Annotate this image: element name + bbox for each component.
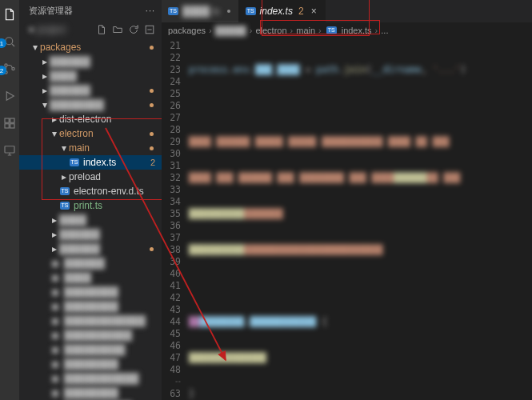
svg-rect-5 xyxy=(10,118,14,122)
tree-folder-dist-electron[interactable]: ▸dist-electron xyxy=(19,112,162,126)
tree-label: index.ts xyxy=(83,157,116,168)
file-tree: ▾packages ▸██████ ▸████ ▸██████ ▾███████… xyxy=(19,38,162,400)
tree-item-blur[interactable]: ◼█████████ xyxy=(19,342,162,357)
run-debug-icon[interactable] xyxy=(2,88,18,104)
tab-bar: TS ████.ts TS index.ts 2 × xyxy=(162,0,532,22)
gutter: 2122232425 2627282930 3132333435 3637383… xyxy=(162,38,189,400)
sidebar-header: 资源管理器 ··· xyxy=(19,0,162,21)
tree-item-blur[interactable]: ▸██████ xyxy=(19,242,162,256)
tree-file-print-ts[interactable]: TSprint.ts xyxy=(19,198,162,213)
tab-index-ts[interactable]: TS index.ts 2 × xyxy=(239,0,326,22)
breadcrumb-item[interactable]: packages xyxy=(168,26,206,35)
tree-item-blur[interactable]: ◼████████ xyxy=(19,285,162,299)
breadcrumb-item[interactable]: █████ xyxy=(215,26,246,35)
tree-file-index-ts[interactable]: TSindex.ts 2 xyxy=(19,155,162,170)
explorer-icon[interactable] xyxy=(2,6,18,22)
tree-item-blur[interactable]: ▸██████ xyxy=(19,83,162,98)
new-folder-icon[interactable] xyxy=(112,24,123,35)
tree-file-electron-env[interactable]: TSelectron-env.d.ts xyxy=(19,184,162,198)
tree-folder-preload[interactable]: ▸preload xyxy=(19,170,162,184)
svg-rect-6 xyxy=(5,124,9,128)
svg-point-3 xyxy=(12,67,14,70)
breadcrumb-item[interactable]: index.ts xyxy=(342,26,372,35)
refresh-icon[interactable] xyxy=(128,24,139,35)
tree-label: dist-electron xyxy=(59,114,111,125)
tree-item-blur[interactable]: ◼████████ xyxy=(19,299,162,314)
tree-item-blur[interactable]: ▸██████ xyxy=(19,227,162,242)
remote-icon[interactable] xyxy=(2,142,18,158)
explorer-sidebar: 资源管理器 ··· ▾project ▾packages ▸██████ ▸██… xyxy=(19,0,162,400)
activity-bar: 1 2 xyxy=(0,0,19,400)
tree-item-blur[interactable]: ◼████████ xyxy=(19,386,162,400)
tree-item-blur[interactable]: ◼████████ xyxy=(19,357,162,371)
tab-label: ████.ts xyxy=(182,6,220,17)
search-icon[interactable]: 1 xyxy=(2,34,18,50)
sidebar-title: 资源管理器 xyxy=(29,5,73,17)
breadcrumb-item[interactable]: electron xyxy=(255,26,286,35)
tab-label: index.ts xyxy=(260,6,293,17)
svg-point-1 xyxy=(5,64,7,66)
tree-item-blur[interactable]: ◼████████████ xyxy=(19,314,162,328)
tree-item-blur[interactable]: ◼███████████ xyxy=(19,371,162,386)
svg-rect-8 xyxy=(5,146,14,153)
tree-folder-electron[interactable]: ▾electron xyxy=(19,126,162,141)
tree-folder-main[interactable]: ▾main xyxy=(19,141,162,155)
close-icon[interactable]: × xyxy=(311,6,317,17)
tree-label: electron xyxy=(59,128,94,139)
tree-item-blur[interactable]: ◼██████ xyxy=(19,256,162,270)
more-icon[interactable]: ··· xyxy=(146,6,155,15)
tree-item-blur[interactable]: ◼████ xyxy=(19,270,162,285)
tree-label: preload xyxy=(69,171,101,182)
tab-problem-badge: 2 xyxy=(298,6,304,17)
problem-count-badge: 2 xyxy=(150,158,155,167)
tree-folder-packages[interactable]: ▾packages xyxy=(19,40,162,54)
extensions-icon[interactable] xyxy=(2,115,18,131)
new-file-icon[interactable] xyxy=(96,24,107,35)
collapse-icon[interactable] xyxy=(144,24,155,35)
breadcrumbs[interactable]: packages› █████› electron› main› TS inde… xyxy=(162,22,532,38)
tree-item-blur[interactable]: ▸████ xyxy=(19,213,162,227)
tree-item-blur[interactable]: ▸████ xyxy=(19,69,162,83)
code-lines[interactable]: process.env.███_████ = path.join(__dirna… xyxy=(189,38,532,400)
tree-item-blur[interactable]: ▸██████ xyxy=(19,54,162,69)
breadcrumb-item[interactable]: main xyxy=(296,26,315,35)
svg-rect-4 xyxy=(5,118,9,122)
project-name[interactable]: ▾project xyxy=(29,24,91,35)
svg-point-0 xyxy=(6,38,13,45)
tab-other[interactable]: TS ████.ts xyxy=(162,0,239,22)
svg-rect-7 xyxy=(10,124,14,128)
tree-label: electron-env.d.ts xyxy=(74,186,144,197)
breadcrumb-item[interactable]: ... xyxy=(381,26,388,35)
code-editor[interactable]: 2122232425 2627282930 3132333435 3637383… xyxy=(162,38,532,400)
tree-item-blur[interactable]: ◼██████████ xyxy=(19,328,162,342)
sidebar-toolbar: ▾project xyxy=(19,21,162,38)
tree-item-blur[interactable]: ▾████████ xyxy=(19,98,162,112)
tree-label: packages xyxy=(40,42,81,53)
tree-label: main xyxy=(69,142,90,154)
tree-label: print.ts xyxy=(74,200,102,211)
source-control-icon[interactable]: 2 xyxy=(2,61,18,77)
modified-dot-icon xyxy=(227,10,230,13)
editor-area: TS ████.ts TS index.ts 2 × packages› ███… xyxy=(162,0,532,400)
